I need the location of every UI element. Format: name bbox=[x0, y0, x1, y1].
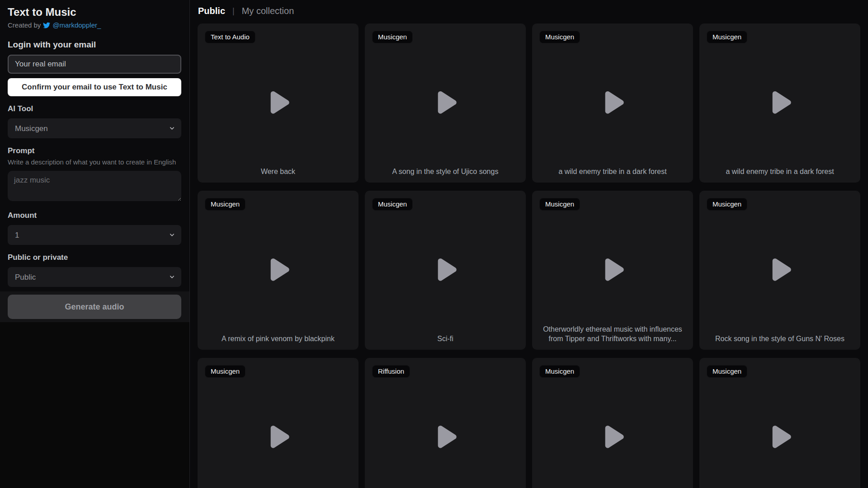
sidebar-filler bbox=[0, 322, 189, 488]
play-icon[interactable] bbox=[432, 255, 458, 284]
main-content: Public | My collection Text to Audio Wer… bbox=[190, 0, 868, 488]
card-caption: Sci-fi bbox=[372, 334, 519, 344]
email-input[interactable] bbox=[8, 55, 181, 74]
audio-card[interactable]: Musicgen bbox=[198, 358, 359, 488]
audio-card[interactable]: Musicgen Otherworldly ethereal music wit… bbox=[532, 191, 693, 350]
play-icon[interactable] bbox=[767, 422, 793, 451]
created-by-line: Created by @markdoppler_ bbox=[8, 21, 181, 29]
tool-badge: Musicgen bbox=[205, 198, 245, 211]
card-caption: Rock song in the style of Guns N' Roses bbox=[707, 334, 853, 344]
tool-badge: Musicgen bbox=[707, 31, 747, 43]
amount-select[interactable]: 1 bbox=[8, 225, 181, 245]
twitter-icon bbox=[43, 22, 50, 29]
tool-badge: Musicgen bbox=[372, 198, 413, 211]
tool-badge: Musicgen bbox=[539, 31, 580, 43]
generate-audio-button[interactable]: Generate audio bbox=[8, 295, 181, 319]
play-icon[interactable] bbox=[599, 88, 626, 117]
tool-badge: Musicgen bbox=[372, 31, 413, 43]
amount-select-wrap: 1 bbox=[8, 225, 181, 245]
audio-card[interactable]: Musicgen a wild enemy tribe in a dark fo… bbox=[699, 23, 860, 183]
card-caption: Otherworldly ethereal music with influen… bbox=[539, 325, 686, 344]
sidebar: Text to Music Created by @markdoppler_ L… bbox=[0, 0, 190, 488]
login-label: Login with your email bbox=[8, 40, 181, 50]
play-icon[interactable] bbox=[767, 88, 793, 117]
prompt-label: Prompt bbox=[8, 146, 181, 155]
visibility-select-wrap: Public bbox=[8, 267, 181, 287]
card-caption: A song in the style of Ujico songs bbox=[372, 167, 519, 177]
audio-card[interactable]: Riffusion bbox=[365, 358, 526, 488]
audio-card[interactable]: Musicgen a wild enemy tribe in a dark fo… bbox=[532, 23, 693, 183]
play-icon[interactable] bbox=[599, 255, 626, 284]
tool-badge: Musicgen bbox=[539, 198, 580, 211]
play-icon[interactable] bbox=[265, 255, 291, 284]
visibility-select[interactable]: Public bbox=[8, 267, 181, 287]
card-caption: A remix of pink venom by blackpink bbox=[205, 334, 351, 344]
tool-badge: Musicgen bbox=[707, 365, 747, 378]
tabs: Public | My collection bbox=[198, 6, 860, 16]
audio-card[interactable]: Musicgen bbox=[532, 358, 693, 488]
audio-card[interactable]: Musicgen A song in the style of Ujico so… bbox=[365, 23, 526, 183]
play-icon[interactable] bbox=[767, 255, 793, 284]
twitter-handle-link[interactable]: @markdoppler_ bbox=[52, 21, 101, 29]
tab-my-collection[interactable]: My collection bbox=[242, 6, 294, 16]
confirm-email-button[interactable]: Confirm your email to use Text to Music bbox=[8, 78, 181, 96]
audio-card[interactable]: Musicgen Rock song in the style of Guns … bbox=[699, 191, 860, 350]
card-caption: a wild enemy tribe in a dark forest bbox=[539, 167, 686, 177]
ai-tool-select[interactable]: Musicgen bbox=[8, 118, 181, 138]
play-icon[interactable] bbox=[265, 88, 291, 117]
tool-badge: Musicgen bbox=[205, 365, 245, 378]
amount-label: Amount bbox=[8, 211, 181, 220]
visibility-label: Public or private bbox=[8, 253, 181, 262]
generate-strip: Generate audio bbox=[0, 291, 189, 322]
sidebar-form: Text to Music Created by @markdoppler_ L… bbox=[0, 0, 189, 287]
tool-badge: Text to Audio bbox=[205, 31, 255, 43]
play-icon[interactable] bbox=[265, 422, 291, 451]
card-caption: a wild enemy tribe in a dark forest bbox=[707, 167, 853, 177]
audio-card[interactable]: Musicgen A remix of pink venom by blackp… bbox=[198, 191, 359, 350]
play-icon[interactable] bbox=[432, 422, 458, 451]
tool-badge: Musicgen bbox=[707, 198, 747, 211]
ai-tool-select-wrap: Musicgen bbox=[8, 118, 181, 138]
tab-public[interactable]: Public bbox=[198, 6, 225, 16]
card-caption: Were back bbox=[205, 167, 351, 177]
created-by-label: Created by bbox=[8, 21, 41, 29]
prompt-help-text: Write a description of what you want to … bbox=[8, 158, 181, 166]
tool-badge: Musicgen bbox=[539, 365, 580, 378]
tool-badge: Riffusion bbox=[372, 365, 410, 378]
ai-tool-label: AI Tool bbox=[8, 104, 181, 113]
app-title: Text to Music bbox=[8, 5, 181, 19]
audio-card[interactable]: Musicgen Sci-fi bbox=[365, 191, 526, 350]
play-icon[interactable] bbox=[599, 422, 626, 451]
audio-card[interactable]: Text to Audio Were back bbox=[198, 23, 359, 183]
results-grid: Text to Audio Were back Musicgen A song … bbox=[198, 23, 860, 488]
tab-divider: | bbox=[232, 6, 235, 16]
prompt-textarea[interactable] bbox=[8, 171, 181, 201]
play-icon[interactable] bbox=[432, 88, 458, 117]
audio-card[interactable]: Musicgen bbox=[699, 358, 860, 488]
